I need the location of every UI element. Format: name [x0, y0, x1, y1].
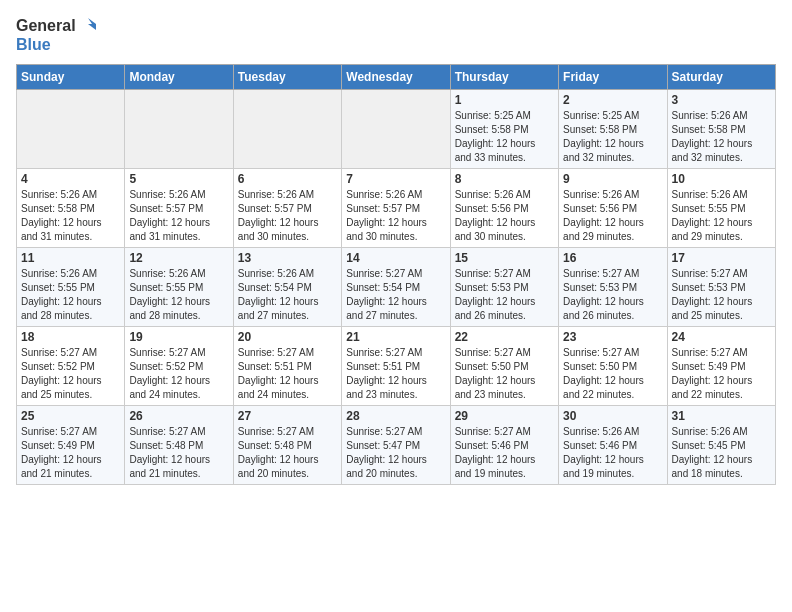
week-row-5: 25Sunrise: 5:27 AMSunset: 5:49 PMDayligh…	[17, 405, 776, 484]
day-info: Sunrise: 5:26 AMSunset: 5:58 PMDaylight:…	[21, 188, 120, 244]
weekday-header-friday: Friday	[559, 64, 667, 89]
weekday-header-monday: Monday	[125, 64, 233, 89]
calendar-cell: 15Sunrise: 5:27 AMSunset: 5:53 PMDayligh…	[450, 247, 558, 326]
weekday-header-thursday: Thursday	[450, 64, 558, 89]
day-number: 19	[129, 330, 228, 344]
header: General Blue	[16, 16, 776, 54]
day-info: Sunrise: 5:27 AMSunset: 5:48 PMDaylight:…	[129, 425, 228, 481]
day-number: 22	[455, 330, 554, 344]
day-number: 29	[455, 409, 554, 423]
calendar-cell: 1Sunrise: 5:25 AMSunset: 5:58 PMDaylight…	[450, 89, 558, 168]
day-info: Sunrise: 5:27 AMSunset: 5:54 PMDaylight:…	[346, 267, 445, 323]
calendar-cell: 18Sunrise: 5:27 AMSunset: 5:52 PMDayligh…	[17, 326, 125, 405]
weekday-header-wednesday: Wednesday	[342, 64, 450, 89]
day-number: 25	[21, 409, 120, 423]
day-info: Sunrise: 5:26 AMSunset: 5:57 PMDaylight:…	[129, 188, 228, 244]
calendar-cell: 10Sunrise: 5:26 AMSunset: 5:55 PMDayligh…	[667, 168, 775, 247]
svg-marker-0	[88, 18, 96, 24]
calendar-cell: 6Sunrise: 5:26 AMSunset: 5:57 PMDaylight…	[233, 168, 341, 247]
day-info: Sunrise: 5:25 AMSunset: 5:58 PMDaylight:…	[455, 109, 554, 165]
calendar-cell: 3Sunrise: 5:26 AMSunset: 5:58 PMDaylight…	[667, 89, 775, 168]
calendar-cell: 22Sunrise: 5:27 AMSunset: 5:50 PMDayligh…	[450, 326, 558, 405]
day-info: Sunrise: 5:26 AMSunset: 5:57 PMDaylight:…	[346, 188, 445, 244]
day-number: 5	[129, 172, 228, 186]
day-info: Sunrise: 5:27 AMSunset: 5:51 PMDaylight:…	[238, 346, 337, 402]
week-row-1: 1Sunrise: 5:25 AMSunset: 5:58 PMDaylight…	[17, 89, 776, 168]
calendar-cell: 2Sunrise: 5:25 AMSunset: 5:58 PMDaylight…	[559, 89, 667, 168]
calendar-cell: 17Sunrise: 5:27 AMSunset: 5:53 PMDayligh…	[667, 247, 775, 326]
calendar-table: SundayMondayTuesdayWednesdayThursdayFrid…	[16, 64, 776, 485]
day-number: 8	[455, 172, 554, 186]
logo-text: General Blue	[16, 16, 96, 54]
calendar-cell: 19Sunrise: 5:27 AMSunset: 5:52 PMDayligh…	[125, 326, 233, 405]
calendar-cell: 20Sunrise: 5:27 AMSunset: 5:51 PMDayligh…	[233, 326, 341, 405]
day-info: Sunrise: 5:26 AMSunset: 5:54 PMDaylight:…	[238, 267, 337, 323]
day-number: 26	[129, 409, 228, 423]
day-number: 11	[21, 251, 120, 265]
svg-marker-1	[88, 24, 96, 30]
day-info: Sunrise: 5:26 AMSunset: 5:55 PMDaylight:…	[672, 188, 771, 244]
day-info: Sunrise: 5:27 AMSunset: 5:52 PMDaylight:…	[129, 346, 228, 402]
calendar-cell	[342, 89, 450, 168]
day-info: Sunrise: 5:27 AMSunset: 5:51 PMDaylight:…	[346, 346, 445, 402]
day-number: 15	[455, 251, 554, 265]
day-number: 16	[563, 251, 662, 265]
day-info: Sunrise: 5:27 AMSunset: 5:49 PMDaylight:…	[21, 425, 120, 481]
day-info: Sunrise: 5:27 AMSunset: 5:53 PMDaylight:…	[455, 267, 554, 323]
day-number: 13	[238, 251, 337, 265]
day-info: Sunrise: 5:27 AMSunset: 5:53 PMDaylight:…	[563, 267, 662, 323]
calendar-cell: 8Sunrise: 5:26 AMSunset: 5:56 PMDaylight…	[450, 168, 558, 247]
day-number: 9	[563, 172, 662, 186]
day-info: Sunrise: 5:26 AMSunset: 5:55 PMDaylight:…	[21, 267, 120, 323]
week-row-3: 11Sunrise: 5:26 AMSunset: 5:55 PMDayligh…	[17, 247, 776, 326]
logo: General Blue	[16, 16, 96, 54]
day-number: 23	[563, 330, 662, 344]
day-info: Sunrise: 5:27 AMSunset: 5:52 PMDaylight:…	[21, 346, 120, 402]
week-row-2: 4Sunrise: 5:26 AMSunset: 5:58 PMDaylight…	[17, 168, 776, 247]
day-number: 2	[563, 93, 662, 107]
day-number: 10	[672, 172, 771, 186]
day-number: 14	[346, 251, 445, 265]
day-info: Sunrise: 5:26 AMSunset: 5:45 PMDaylight:…	[672, 425, 771, 481]
day-info: Sunrise: 5:27 AMSunset: 5:53 PMDaylight:…	[672, 267, 771, 323]
week-row-4: 18Sunrise: 5:27 AMSunset: 5:52 PMDayligh…	[17, 326, 776, 405]
calendar-cell: 30Sunrise: 5:26 AMSunset: 5:46 PMDayligh…	[559, 405, 667, 484]
day-number: 17	[672, 251, 771, 265]
calendar-cell: 25Sunrise: 5:27 AMSunset: 5:49 PMDayligh…	[17, 405, 125, 484]
day-info: Sunrise: 5:26 AMSunset: 5:46 PMDaylight:…	[563, 425, 662, 481]
weekday-header-saturday: Saturday	[667, 64, 775, 89]
calendar-cell: 12Sunrise: 5:26 AMSunset: 5:55 PMDayligh…	[125, 247, 233, 326]
calendar-cell: 9Sunrise: 5:26 AMSunset: 5:56 PMDaylight…	[559, 168, 667, 247]
calendar-cell: 29Sunrise: 5:27 AMSunset: 5:46 PMDayligh…	[450, 405, 558, 484]
day-number: 4	[21, 172, 120, 186]
logo-blue: Blue	[16, 36, 51, 53]
calendar-cell: 24Sunrise: 5:27 AMSunset: 5:49 PMDayligh…	[667, 326, 775, 405]
day-info: Sunrise: 5:26 AMSunset: 5:56 PMDaylight:…	[455, 188, 554, 244]
calendar-cell: 5Sunrise: 5:26 AMSunset: 5:57 PMDaylight…	[125, 168, 233, 247]
day-info: Sunrise: 5:27 AMSunset: 5:46 PMDaylight:…	[455, 425, 554, 481]
day-info: Sunrise: 5:26 AMSunset: 5:58 PMDaylight:…	[672, 109, 771, 165]
day-number: 21	[346, 330, 445, 344]
day-info: Sunrise: 5:25 AMSunset: 5:58 PMDaylight:…	[563, 109, 662, 165]
calendar-cell: 11Sunrise: 5:26 AMSunset: 5:55 PMDayligh…	[17, 247, 125, 326]
day-info: Sunrise: 5:27 AMSunset: 5:47 PMDaylight:…	[346, 425, 445, 481]
logo-bird-icon	[78, 16, 96, 36]
calendar-cell	[233, 89, 341, 168]
day-number: 27	[238, 409, 337, 423]
day-number: 3	[672, 93, 771, 107]
calendar-cell	[125, 89, 233, 168]
day-number: 7	[346, 172, 445, 186]
weekday-header-row: SundayMondayTuesdayWednesdayThursdayFrid…	[17, 64, 776, 89]
day-info: Sunrise: 5:27 AMSunset: 5:49 PMDaylight:…	[672, 346, 771, 402]
day-info: Sunrise: 5:27 AMSunset: 5:48 PMDaylight:…	[238, 425, 337, 481]
day-info: Sunrise: 5:27 AMSunset: 5:50 PMDaylight:…	[455, 346, 554, 402]
calendar-cell: 28Sunrise: 5:27 AMSunset: 5:47 PMDayligh…	[342, 405, 450, 484]
day-number: 31	[672, 409, 771, 423]
calendar-cell: 14Sunrise: 5:27 AMSunset: 5:54 PMDayligh…	[342, 247, 450, 326]
calendar-cell: 27Sunrise: 5:27 AMSunset: 5:48 PMDayligh…	[233, 405, 341, 484]
weekday-header-sunday: Sunday	[17, 64, 125, 89]
calendar-cell: 16Sunrise: 5:27 AMSunset: 5:53 PMDayligh…	[559, 247, 667, 326]
calendar-cell: 26Sunrise: 5:27 AMSunset: 5:48 PMDayligh…	[125, 405, 233, 484]
day-info: Sunrise: 5:26 AMSunset: 5:56 PMDaylight:…	[563, 188, 662, 244]
day-number: 20	[238, 330, 337, 344]
